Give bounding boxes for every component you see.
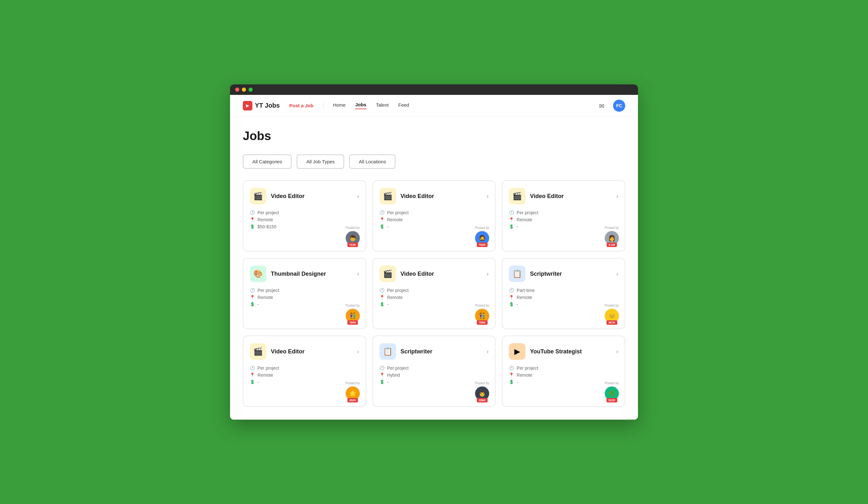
clock-icon: 🕐 <box>380 288 385 293</box>
job-type-row: 🕐 Per project <box>250 366 359 370</box>
job-title-row: 🎬 Video Editor <box>509 188 564 204</box>
posted-by: Posted by 👦 723K <box>345 226 360 246</box>
chevron-right-icon: › <box>357 193 359 200</box>
filters: All Categories All Job Types All Locatio… <box>243 155 625 169</box>
job-salary-text: $50-$150 <box>257 224 276 229</box>
job-type-icon: 📋 <box>509 265 526 282</box>
job-card[interactable]: 🎬 Video Editor › 🕐 Per project 📍 Remote … <box>243 336 366 407</box>
location-icon: 📍 <box>380 372 385 378</box>
location-icon: 📍 <box>380 295 385 300</box>
job-title: Video Editor <box>271 348 304 355</box>
job-type-icon: 🎬 <box>380 188 396 204</box>
job-type-row: 🕐 Per project <box>509 366 618 370</box>
job-location-text: Remote <box>257 295 273 300</box>
job-card[interactable]: ▶ YouTube Strategist › 🕐 Per project 📍 R… <box>502 336 625 407</box>
chevron-right-icon: › <box>357 348 359 355</box>
nav-jobs[interactable]: Jobs <box>355 102 366 109</box>
posted-by: Posted by 🌟 452K <box>345 381 360 401</box>
clock-icon: 🕐 <box>380 366 385 370</box>
chevron-right-icon: › <box>487 193 488 200</box>
job-card[interactable]: 🎬 Video Editor › 🕐 Per project 📍 Remote … <box>502 180 625 252</box>
filter-job-types[interactable]: All Job Types <box>297 155 344 169</box>
job-card[interactable]: 🎬 Video Editor › 🕐 Per project 📍 Remote … <box>372 258 496 329</box>
salary-icon: 💲 <box>250 379 255 385</box>
subscriber-badge: 723K <box>347 243 358 247</box>
post-job-link[interactable]: Post a Job <box>289 103 313 108</box>
job-location-row: 📍 Remote <box>250 295 359 300</box>
job-title-row: 🎬 Video Editor <box>380 265 434 282</box>
job-details: 🕐 Per project 📍 Remote 💲 - <box>380 210 489 229</box>
job-location-text: Remote <box>257 217 273 222</box>
salary-icon: 💲 <box>509 224 514 229</box>
job-location-text: Hybrid <box>387 372 400 378</box>
job-details: 🕐 Per project 📍 Remote 💲 - <box>509 210 618 229</box>
avatar-container: 🧔 762K <box>474 231 490 246</box>
clock-icon: 🕐 <box>250 288 255 293</box>
job-type-icon: 📋 <box>380 343 396 360</box>
posted-by: Posted by 👨 289K <box>474 381 490 401</box>
job-salary-row: 💲 - <box>380 302 489 307</box>
job-title-row: 📋 Scriptwriter <box>380 343 432 360</box>
job-type-row: 🕐 Per project <box>509 210 618 215</box>
posted-by-label: Posted by <box>345 304 360 307</box>
avatar-container: 👫 785K <box>474 308 490 324</box>
location-icon: 📍 <box>509 295 514 300</box>
dot-yellow[interactable] <box>242 87 246 92</box>
job-type-text: Per project <box>387 210 409 215</box>
job-salary-text: - <box>517 302 518 307</box>
job-location-text: Remote <box>387 295 403 300</box>
job-card[interactable]: 📋 Scriptwriter › 🕐 Part-time 📍 Remote 💲 … <box>502 258 625 329</box>
job-salary-text: - <box>257 302 259 307</box>
job-location-row: 📍 Remote <box>250 372 359 378</box>
job-title-row: 🎬 Video Editor <box>250 188 304 204</box>
avatar-container: 🌿 512K <box>604 386 619 401</box>
nav-feed[interactable]: Feed <box>398 102 409 109</box>
location-icon: 📍 <box>250 217 255 222</box>
dot-red[interactable] <box>235 87 239 92</box>
nav-home[interactable]: Home <box>333 102 346 109</box>
job-card[interactable]: 🎬 Video Editor › 🕐 Per project 📍 Remote … <box>372 180 496 252</box>
salary-icon: 💲 <box>250 302 255 307</box>
chevron-right-icon: › <box>616 271 618 277</box>
job-type-row: 🕐 Part-time <box>509 288 618 293</box>
job-type-row: 🕐 Per project <box>380 210 489 215</box>
posted-by-label: Posted by <box>475 381 489 385</box>
chevron-right-icon: › <box>616 193 618 200</box>
job-card-header: 🎬 Video Editor › <box>250 188 359 204</box>
dot-green[interactable] <box>249 87 253 92</box>
job-type-icon: 🎬 <box>380 265 396 282</box>
posted-by: Posted by 👩 6.1M <box>604 226 619 246</box>
job-card-header: 📋 Scriptwriter › <box>509 265 618 282</box>
job-card[interactable]: 📋 Scriptwriter › 🕐 Per project 📍 Hybrid … <box>372 336 496 407</box>
job-card[interactable]: 🎬 Video Editor › 🕐 Per project 📍 Remote … <box>243 180 366 252</box>
subscriber-badge: 367K <box>606 320 617 325</box>
job-title-row: 📋 Scriptwriter <box>509 265 562 282</box>
job-type-icon: 🎨 <box>250 265 266 282</box>
nav-links: Home Jobs Talent Feed <box>333 102 409 109</box>
job-location-row: 📍 Remote <box>509 295 618 300</box>
avatar-container: 🌟 452K <box>345 386 360 401</box>
job-card-header: 🎨 Thumbnail Designer › <box>250 265 359 282</box>
job-card-header: 🎬 Video Editor › <box>509 188 618 204</box>
filter-locations[interactable]: All Locations <box>349 155 395 169</box>
job-title-row: ▶ YouTube Strategist <box>509 343 581 360</box>
job-type-row: 🕐 Per project <box>250 210 359 215</box>
user-avatar[interactable]: FC <box>613 99 625 112</box>
avatar-container: 😊 367K <box>604 308 619 324</box>
avatar-container: 👨 289K <box>474 386 490 401</box>
job-salary-text: - <box>517 224 518 229</box>
subscriber-badge: 452K <box>347 398 358 402</box>
job-title: Video Editor <box>401 271 434 277</box>
filter-categories[interactable]: All Categories <box>243 155 291 169</box>
job-card[interactable]: 🎨 Thumbnail Designer › 🕐 Per project 📍 R… <box>243 258 366 329</box>
job-location-row: 📍 Hybrid <box>380 372 489 378</box>
job-details: 🕐 Per project 📍 Remote 💲 - <box>250 366 359 385</box>
posted-by-label: Posted by <box>475 304 489 307</box>
job-title: YouTube Strategist <box>530 348 581 355</box>
mail-icon[interactable]: ✉ <box>599 102 608 109</box>
nav-talent[interactable]: Talent <box>376 102 389 109</box>
job-location-text: Remote <box>387 217 403 222</box>
job-title: Scriptwriter <box>401 348 432 355</box>
nav-divider <box>323 102 323 109</box>
job-location-text: Remote <box>517 217 532 222</box>
